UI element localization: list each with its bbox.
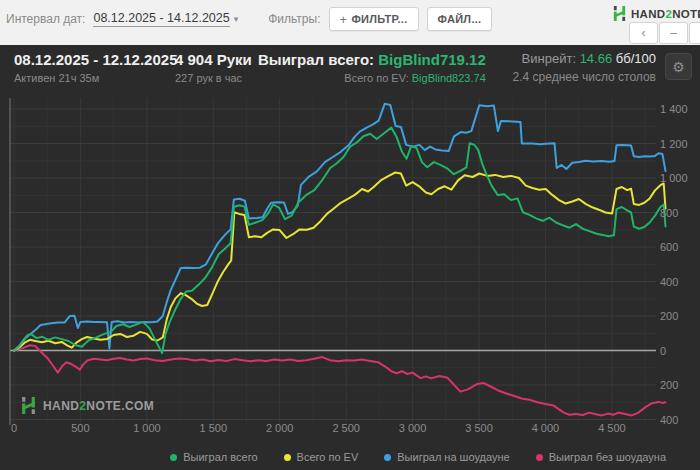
hand2note-logo: HAND2NOTE.COM <box>612 6 700 21</box>
active-time: Активен 21ч 35м <box>14 72 177 84</box>
legend-label: Всего по EV <box>297 451 359 463</box>
hands-per-hour: 227 рук в час <box>175 72 252 84</box>
hand2note-watermark-icon <box>20 397 37 414</box>
chart-legend: Выиграл всегоВсего по EVВыиграл на шоуда… <box>0 451 700 463</box>
nav-more-button[interactable]: › <box>689 22 700 44</box>
legend-label: Выиграл на шоудауне <box>397 451 509 463</box>
y-axis-tick-label: 200 <box>660 310 678 322</box>
legend-label: Выиграл всего <box>183 451 257 463</box>
settings-button[interactable]: ⚙ <box>665 53 692 80</box>
date-range-value[interactable]: 08.12.2025 - 14.12.2025 <box>93 11 229 27</box>
winnings-block: Выиграл всего: BigBlind719.12 Всего по E… <box>258 51 486 84</box>
won-total-value: BigBlind719.12 <box>378 51 486 68</box>
y-axis-tick-label: 400 <box>660 414 678 426</box>
chart-watermark: HAND2NOTE.COM <box>20 397 154 414</box>
x-axis-tick-label: 0 <box>11 422 17 434</box>
filter-button-label: ФИЛЬТР... <box>351 13 407 25</box>
minimize-icon: – <box>670 26 677 40</box>
file-button[interactable]: ФАЙЛ... <box>427 7 493 31</box>
legend-item[interactable]: Выиграл на шоудауне <box>384 451 509 463</box>
legend-dot-icon <box>536 454 543 461</box>
legend-item[interactable]: Всего по EV <box>284 451 359 463</box>
hand2note-app: { "topbar": { "interval_label": "Интерва… <box>0 0 700 470</box>
y-axis-tick-label: 600 <box>660 241 678 253</box>
winnings-chart[interactable]: 1 4001 2001 000800600400200020040005001 … <box>0 90 700 442</box>
legend-dot-icon <box>284 454 291 461</box>
x-axis-tick-label: 3 000 <box>399 422 427 434</box>
y-axis-tick-label: 800 <box>660 207 678 219</box>
y-axis-tick-label: 0 <box>660 345 666 357</box>
legend-item[interactable]: Выиграл без шоудауна <box>536 451 666 463</box>
hand2note-logo-text: HAND2NOTE.COM <box>631 8 700 20</box>
won-total-line: Выиграл всего: BigBlind719.12 <box>258 51 486 68</box>
filter-button[interactable]: + ФИЛЬТР... <box>329 7 419 31</box>
gear-icon: ⚙ <box>672 59 685 75</box>
avg-tables: 2.4 среднее число столов <box>513 70 656 84</box>
legend-dot-icon <box>170 454 177 461</box>
report-date-block: 08.12.2025 - 12.12.2025 Активен 21ч 35м <box>14 51 177 84</box>
x-axis-tick-label: 3 500 <box>465 422 493 434</box>
x-axis-tick-label: 1 500 <box>200 422 228 434</box>
filters-label: Фильтры: <box>268 12 320 26</box>
winrate-line: Винрейт: 14.66 бб/100 <box>513 51 656 66</box>
ev-total-value: BigBlind823.74 <box>412 72 486 84</box>
y-axis-tick-label: 400 <box>660 276 678 288</box>
legend-label: Выиграл без шоудауна <box>549 451 666 463</box>
top-toolbar: Интервал дат: 08.12.2025 - 14.12.2025 ▾ … <box>0 0 700 45</box>
watermark-text: HAND2NOTE.COM <box>43 399 154 413</box>
plus-icon: + <box>340 12 348 27</box>
report-date-range: 08.12.2025 - 12.12.2025 <box>14 51 177 68</box>
x-axis-tick-label: 4 000 <box>532 422 560 434</box>
y-axis-tick-label: 200 <box>660 379 678 391</box>
legend-item[interactable]: Выиграл всего <box>170 451 257 463</box>
file-button-label: ФАЙЛ... <box>438 13 482 25</box>
date-range-select[interactable]: 08.12.2025 - 14.12.2025 ▾ <box>93 11 238 27</box>
winrate-block: Винрейт: 14.66 бб/100 2.4 среднее число … <box>513 51 656 84</box>
winnings-chart-svg[interactable]: 1 4001 2001 000800600400200020040005001 … <box>0 90 700 442</box>
series-line <box>14 128 666 354</box>
ev-total-line: Всего по EV: BigBlind823.74 <box>258 72 486 84</box>
x-axis-tick-label: 2 500 <box>332 422 360 434</box>
chevron-down-icon: ▾ <box>234 14 239 24</box>
y-axis-tick-label: 1 200 <box>660 138 688 150</box>
x-axis-tick-label: 500 <box>71 422 89 434</box>
y-axis-tick-label: 1 400 <box>660 103 688 115</box>
y-axis-tick-label: 1 000 <box>660 172 688 184</box>
hands-count: 4 904 Руки <box>175 51 252 68</box>
report-panel: 08.12.2025 - 12.12.2025 Активен 21ч 35м … <box>0 45 700 470</box>
nav-minimize-button[interactable]: – <box>659 22 688 44</box>
winrate-units: бб/100 <box>616 51 656 66</box>
legend-dot-icon <box>384 454 391 461</box>
nav-back-button[interactable]: ‹ <box>629 22 658 44</box>
x-axis-tick-label: 1 000 <box>133 422 161 434</box>
x-axis-tick-label: 4 500 <box>598 422 626 434</box>
hands-block: 4 904 Руки 227 рук в час <box>175 51 252 84</box>
back-icon: ‹ <box>642 26 646 40</box>
hand2note-logo-icon <box>612 6 627 21</box>
interval-label: Интервал дат: <box>6 12 85 26</box>
winrate-value: 14.66 <box>580 51 613 66</box>
x-axis-tick-label: 2 000 <box>266 422 294 434</box>
